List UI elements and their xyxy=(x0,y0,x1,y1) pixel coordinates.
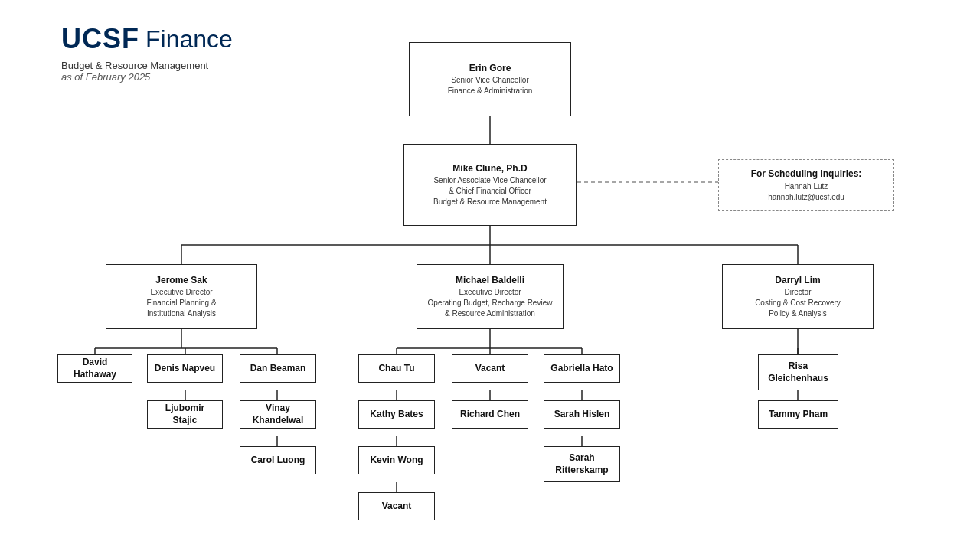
vinay-khandelwal-name: Vinay Khandelwal xyxy=(245,403,311,426)
jerome-sak-box: Jerome Sak Executive Director Financial … xyxy=(106,264,257,329)
vacant1-box: Vacant xyxy=(358,492,435,520)
scheduling-header: For Scheduling Inquiries: xyxy=(751,168,862,181)
page: UCSF Finance Budget & Resource Managemen… xyxy=(0,0,980,551)
ljubomir-stajic-name: Ljubomir Stajic xyxy=(152,403,217,426)
risa-gleichenhaus-name: Risa Gleichenhaus xyxy=(763,360,833,384)
darryl-lim-title1: Director xyxy=(784,287,811,297)
darryl-lim-box: Darryl Lim Director Costing & Cost Recov… xyxy=(722,264,874,329)
carol-luong-box: Carol Luong xyxy=(240,446,316,474)
jerome-sak-title1: Executive Director xyxy=(150,287,212,297)
vacant2-name: Vacant xyxy=(475,363,505,375)
scheduling-name: Hannah Lutz xyxy=(785,181,828,191)
subtitle: Budget & Resource Management xyxy=(61,60,233,71)
jerome-sak-name: Jerome Sak xyxy=(155,275,207,287)
denis-napveu-name: Denis Napveu xyxy=(155,363,215,375)
tammy-pham-box: Tammy Pham xyxy=(758,400,838,429)
erin-gore-box: Erin Gore Senior Vice Chancellor Finance… xyxy=(409,42,571,116)
david-hathaway-name: David Hathaway xyxy=(63,357,127,380)
scheduling-email: hannah.lutz@ucsf.edu xyxy=(768,192,844,202)
dan-beaman-box: Dan Beaman xyxy=(240,354,316,383)
ljubomir-stajic-box: Ljubomir Stajic xyxy=(147,400,223,429)
erin-gore-title2: Finance & Administration xyxy=(448,86,533,96)
kathy-bates-box: Kathy Bates xyxy=(358,400,435,429)
scheduling-box: For Scheduling Inquiries: Hannah Lutz ha… xyxy=(718,159,894,211)
vinay-khandelwal-box: Vinay Khandelwal xyxy=(240,400,316,429)
date: as of February 2025 xyxy=(61,71,233,83)
mike-clune-title1: Senior Associate Vice Chancellor xyxy=(433,175,546,185)
richard-chen-box: Richard Chen xyxy=(452,400,528,429)
gabriella-hato-box: Gabriella Hato xyxy=(544,354,620,383)
darryl-lim-title3: Policy & Analysis xyxy=(769,308,827,318)
finance-text: Finance xyxy=(145,25,233,54)
erin-gore-name: Erin Gore xyxy=(469,63,511,75)
chau-tu-name: Chau Tu xyxy=(378,363,414,375)
michael-baldelli-title1: Executive Director xyxy=(459,287,521,297)
richard-chen-name: Richard Chen xyxy=(460,409,520,421)
jerome-sak-title2: Financial Planning & xyxy=(146,298,216,308)
erin-gore-title1: Senior Vice Chancellor xyxy=(451,75,529,85)
carol-luong-name: Carol Luong xyxy=(251,455,305,467)
michael-baldelli-title3: & Resource Administration xyxy=(445,308,535,318)
kevin-wong-name: Kevin Wong xyxy=(370,455,423,467)
jerome-sak-title3: Institutional Analysis xyxy=(147,308,216,318)
michael-baldelli-title2: Operating Budget, Recharge Review xyxy=(428,298,553,308)
chau-tu-box: Chau Tu xyxy=(358,354,435,383)
david-hathaway-box: David Hathaway xyxy=(57,354,132,383)
gabriella-hato-name: Gabriella Hato xyxy=(550,363,612,375)
mike-clune-name: Mike Clune, Ph.D xyxy=(452,163,527,175)
kevin-wong-box: Kevin Wong xyxy=(358,446,435,474)
ucsf-text: UCSF xyxy=(61,23,139,55)
michael-baldelli-box: Michael Baldelli Executive Director Oper… xyxy=(416,264,564,329)
sarah-ritterskamp-name: Sarah Ritterskamp xyxy=(549,452,615,476)
sarah-hislen-box: Sarah Hislen xyxy=(544,400,620,429)
mike-clune-title3: Budget & Resource Management xyxy=(433,197,547,207)
sarah-ritterskamp-box: Sarah Ritterskamp xyxy=(544,446,620,482)
dan-beaman-name: Dan Beaman xyxy=(250,363,306,375)
darryl-lim-name: Darryl Lim xyxy=(775,275,820,287)
mike-clune-box: Mike Clune, Ph.D Senior Associate Vice C… xyxy=(403,144,577,226)
vacant2-box: Vacant xyxy=(452,354,528,383)
kathy-bates-name: Kathy Bates xyxy=(370,409,423,421)
risa-gleichenhaus-box: Risa Gleichenhaus xyxy=(758,354,838,390)
denis-napveu-box: Denis Napveu xyxy=(147,354,223,383)
mike-clune-title2: & Chief Financial Officer xyxy=(449,186,531,196)
vacant1-name: Vacant xyxy=(382,500,412,513)
logo-area: UCSF Finance Budget & Resource Managemen… xyxy=(61,23,233,83)
darryl-lim-title2: Costing & Cost Recovery xyxy=(755,298,841,308)
logo: UCSF Finance xyxy=(61,23,233,55)
tammy-pham-name: Tammy Pham xyxy=(769,409,828,421)
michael-baldelli-name: Michael Baldelli xyxy=(456,275,524,287)
sarah-hislen-name: Sarah Hislen xyxy=(554,409,610,421)
